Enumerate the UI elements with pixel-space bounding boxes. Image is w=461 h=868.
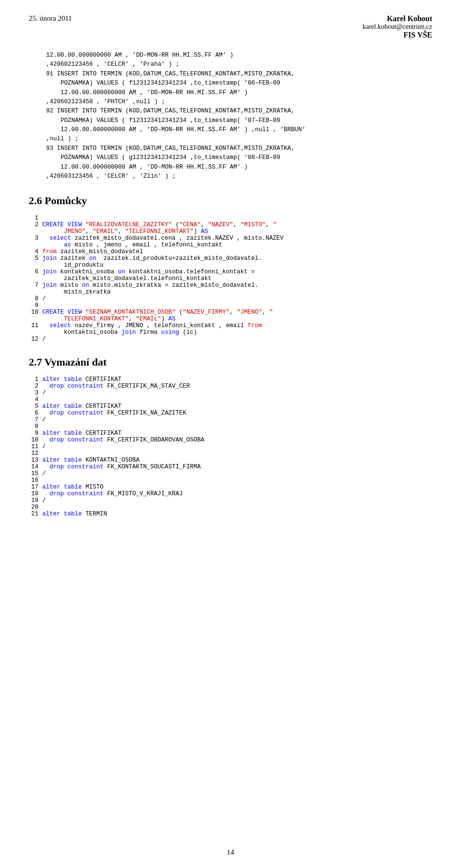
author-name: Karel Kohout [363, 14, 432, 23]
code-line-8: 8 / [29, 295, 432, 302]
institute-name: FIS VŠE [363, 31, 432, 39]
vm-line-19: 19 / [29, 497, 432, 504]
vm-line-7: 7 / [29, 416, 432, 423]
code-line-6: 6 join kontaktni_osoba on kontaktni_osob… [29, 269, 432, 282]
page-number: 14 [227, 848, 234, 856]
insert-block-top: 12.00.00.000000000 AM , ’DD–MON–RR HH.MI… [29, 51, 432, 181]
author-email: karel.kohout@centrum.cz [363, 23, 432, 31]
vm-line-14: 14 drop constraint FK_KONTAKTN_SOUCASTI_… [29, 464, 432, 470]
section-pomucky: 2.6 Pomůcky [29, 195, 432, 207]
vm-line-20: 20 [29, 504, 432, 511]
header-date: 25. února 2011 [29, 14, 72, 23]
page-footer: 14 [0, 848, 461, 856]
code-line-10: 10 CREATE VIEW "SEZNAM_KONTAKTNICH_OSOB"… [29, 309, 432, 322]
header-info: Karel Kohout karel.kohout@centrum.cz FIS… [363, 14, 432, 39]
code-line-9: 9 [29, 302, 432, 309]
code-line-7: 7 join misto on misto.misto_zkratka = za… [29, 282, 432, 295]
code-line-4: 4 from zazitek_misto_dodavatel [29, 248, 432, 255]
vm-line-16: 16 [29, 477, 432, 484]
vm-line-9: 9 alter table CERTIFIKAT [29, 430, 432, 437]
vm-line-15: 15 / [29, 470, 432, 477]
code-line-2: 2 CREATE VIEW "REALIZOVATELNE_ZAZITKY" (… [29, 221, 432, 235]
vm-line-13: 13 alter table KONTAKTNI_OSOBA [29, 457, 432, 464]
page-container: 25. února 2011 Karel Kohout karel.kohout… [0, 0, 461, 868]
vm-line-4: 4 [29, 396, 432, 403]
vm-line-8: 8 [29, 423, 432, 430]
code-line-3: 3 select zazitek_misto_dodavatel.cena , … [29, 235, 432, 248]
code-line-1: 1 [29, 215, 432, 221]
vm-line-17: 17 alter table MISTO [29, 484, 432, 490]
vm-line-5: 5 alter table CERTIFIKAT [29, 403, 432, 410]
code-line-5: 5 join zazitek on zazitek.id_produktu=za… [29, 255, 432, 269]
code-line-11: 11 select nazev_firmy , JMENO , telefonn… [29, 322, 432, 336]
vm-line-18: 18 drop constraint FK_MISTO_V_KRAJI_KRAJ [29, 490, 432, 497]
page-header: 25. února 2011 Karel Kohout karel.kohout… [29, 14, 432, 39]
pomucky-code: 1 2 CREATE VIEW "REALIZOVATELNE_ZAZITKY"… [29, 215, 432, 342]
vm-line-3: 3 / [29, 390, 432, 396]
vm-line-6: 6 drop constraint FK_CERTIFIK_NA_ZAZITEK [29, 410, 432, 416]
vm-line-1: 1 alter table CERTIFIKAT [29, 376, 432, 383]
vm-line-2: 2 drop constraint FK_CERTIFIK_MA_STAV_CE… [29, 383, 432, 390]
vm-line-12: 12 [29, 450, 432, 457]
vm-line-21: 21 alter table TERMIN [29, 511, 432, 517]
vm-line-10: 10 drop constraint FK_CERTIFIK_OBDAROVAN… [29, 437, 432, 443]
section-vymazani: 2.7 Vymazání dat [29, 356, 432, 368]
code-line-12: 12 / [29, 336, 432, 342]
vm-line-11: 11 / [29, 443, 432, 450]
vymazani-code: 1 alter table CERTIFIKAT 2 drop constrai… [29, 376, 432, 517]
date-text: 25. února 2011 [29, 14, 72, 22]
